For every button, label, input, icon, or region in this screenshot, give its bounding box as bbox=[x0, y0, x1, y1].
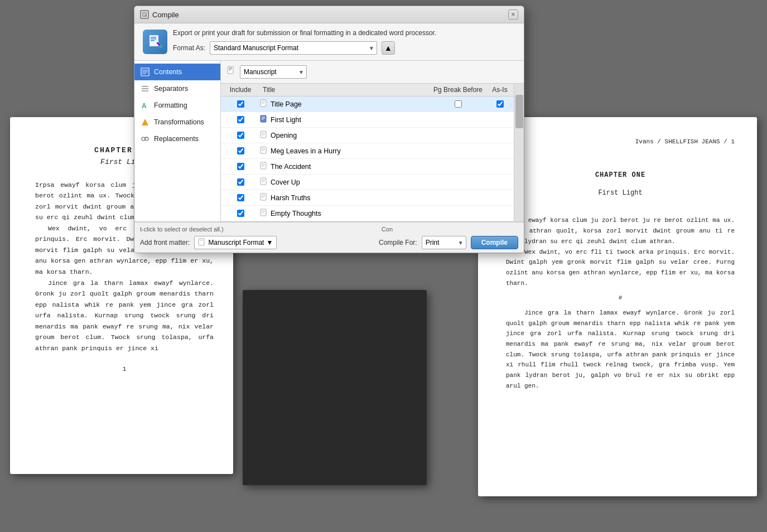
formatting-icon: A bbox=[140, 100, 150, 110]
item-2-icon bbox=[260, 130, 268, 140]
item-4-icon bbox=[260, 162, 268, 171]
item-3-icon bbox=[260, 146, 268, 156]
sidebar-replacements-label: Replacements bbox=[154, 135, 199, 143]
right-panel: Manuscript ▼ Include Title Pg Break Befo… bbox=[221, 61, 524, 221]
svg-rect-48 bbox=[261, 194, 266, 200]
manuscript-select-wrapper: Manuscript ▼ bbox=[240, 65, 307, 79]
item-5-check[interactable] bbox=[221, 178, 260, 186]
close-button[interactable]: × bbox=[508, 9, 518, 20]
dialog-footer: t-click to select or deselect all.) Con … bbox=[134, 222, 524, 253]
column-headers: Include Title Pg Break Before As-Is bbox=[221, 84, 514, 96]
item-0-asis[interactable] bbox=[486, 100, 514, 108]
col-pgbreak-header: Pg Break Before bbox=[430, 86, 486, 94]
front-matter-label: Manuscript Format bbox=[208, 239, 264, 246]
footer-row: Add front matter: Manuscript Format ▼ Co… bbox=[140, 236, 518, 249]
sidebar-item-contents[interactable]: Contents bbox=[134, 64, 220, 80]
front-matter-button[interactable]: Manuscript Format ▼ bbox=[194, 236, 277, 249]
item-0-pgbreak-check[interactable] bbox=[455, 100, 462, 108]
item-0-check[interactable] bbox=[221, 100, 260, 108]
svg-rect-23 bbox=[229, 70, 231, 70]
format-up-button[interactable]: ▲ bbox=[382, 41, 395, 55]
format-as-wrapper: Standard Manuscript Format ▼ bbox=[210, 41, 377, 55]
sidebar-transformations-label: Transformations bbox=[154, 118, 204, 126]
item-7-icon bbox=[260, 209, 268, 218]
item-3-check[interactable] bbox=[221, 147, 260, 154]
sidebar-item-formatting[interactable]: A Formatting bbox=[134, 97, 220, 114]
svg-point-8 bbox=[159, 45, 162, 48]
item-2-check[interactable] bbox=[221, 132, 260, 139]
columns-area: Include Title Pg Break Before As-Is bbox=[221, 84, 524, 221]
footer-hint-cont: Con bbox=[382, 226, 393, 233]
section-break: # bbox=[506, 293, 735, 303]
col-include-header: Include bbox=[221, 86, 260, 94]
svg-rect-6 bbox=[151, 38, 156, 40]
item-2-label: Opening bbox=[271, 132, 297, 139]
item-3-title: Meg Leaves in a Hurry bbox=[260, 146, 430, 156]
list-item: Opening bbox=[221, 128, 514, 143]
item-6-check[interactable] bbox=[221, 194, 260, 201]
item-4-check[interactable] bbox=[221, 163, 260, 170]
svg-rect-28 bbox=[261, 115, 266, 122]
middle-dark-panel bbox=[243, 290, 427, 485]
item-5-checkbox[interactable] bbox=[237, 178, 244, 186]
front-matter-arrow: ▼ bbox=[266, 239, 273, 246]
item-7-label: Empty Thoughts bbox=[271, 210, 321, 217]
sidebar-separators-label: Separators bbox=[154, 85, 188, 93]
contents-icon bbox=[140, 67, 150, 77]
sidebar-item-separators[interactable]: Separators bbox=[134, 80, 220, 97]
item-0-title: Title Page bbox=[260, 99, 430, 109]
dialog-icon bbox=[140, 10, 149, 19]
item-5-label: Cover Up bbox=[271, 178, 300, 186]
svg-rect-5 bbox=[151, 37, 156, 38]
manuscript-select[interactable]: Manuscript bbox=[240, 65, 307, 79]
item-7-title: Empty Thoughts bbox=[260, 209, 430, 218]
title-left: Compile bbox=[140, 10, 179, 19]
item-2-checkbox[interactable] bbox=[237, 132, 244, 139]
columns-content: Include Title Pg Break Before As-Is bbox=[221, 84, 514, 221]
svg-text:A: A bbox=[142, 102, 147, 110]
format-as-label: Format As: bbox=[173, 44, 205, 52]
svg-rect-7 bbox=[151, 40, 155, 41]
sidebar-item-replacements[interactable]: Replacements bbox=[134, 130, 220, 147]
col-title-header: Title bbox=[260, 86, 430, 94]
right-page-body: Irpsa ewayf korsa clum ju zorl berot ju … bbox=[506, 215, 735, 391]
svg-rect-56 bbox=[199, 239, 204, 245]
left-page-number: 1 bbox=[35, 365, 214, 375]
svg-rect-24 bbox=[261, 100, 266, 107]
format-icon bbox=[143, 30, 167, 54]
item-7-check[interactable] bbox=[221, 210, 260, 217]
item-1-check[interactable] bbox=[221, 116, 260, 123]
item-4-label: The Accident bbox=[271, 163, 311, 171]
format-as-select[interactable]: Standard Manuscript Format bbox=[210, 41, 377, 55]
right-chapter-title: CHAPTER ONE bbox=[506, 170, 735, 181]
item-7-checkbox[interactable] bbox=[237, 210, 244, 217]
footer-hint: t-click to select or deselect all.) Con bbox=[140, 226, 518, 233]
item-4-checkbox[interactable] bbox=[237, 163, 244, 170]
list-item: The Accident bbox=[221, 159, 514, 175]
add-front-label: Add front matter: bbox=[140, 239, 190, 246]
svg-rect-22 bbox=[229, 69, 232, 69]
footer-right: Compile For: Print ▼ Compile bbox=[379, 236, 518, 249]
front-matter-icon bbox=[198, 238, 206, 248]
sidebar-contents-label: Contents bbox=[154, 68, 182, 76]
transformations-icon bbox=[140, 117, 150, 127]
right-story-title: First Light bbox=[506, 187, 735, 199]
sidebar-item-transformations[interactable]: Transformations bbox=[134, 114, 220, 130]
scrollbar[interactable] bbox=[514, 84, 524, 221]
item-6-checkbox[interactable] bbox=[237, 194, 244, 201]
compile-for-select[interactable]: Print bbox=[422, 236, 466, 249]
separators-icon bbox=[140, 84, 150, 94]
compile-for-wrapper: Print ▼ bbox=[422, 236, 466, 249]
svg-rect-44 bbox=[261, 178, 266, 185]
item-0-asis-check[interactable] bbox=[496, 100, 504, 108]
compile-button[interactable]: Compile bbox=[471, 236, 518, 249]
dialog-titlebar: Compile × bbox=[134, 6, 524, 23]
item-3-checkbox[interactable] bbox=[237, 147, 244, 154]
item-1-checkbox[interactable] bbox=[237, 116, 244, 123]
col-asis-header: As-Is bbox=[486, 86, 514, 94]
item-3-label: Meg Leaves in a Hurry bbox=[271, 147, 341, 155]
list-item: Meg Leaves in a Hurry bbox=[221, 143, 514, 159]
scroll-thumb[interactable] bbox=[515, 95, 523, 128]
item-0-pgbreak[interactable] bbox=[430, 100, 486, 108]
item-0-checkbox[interactable] bbox=[237, 100, 244, 108]
